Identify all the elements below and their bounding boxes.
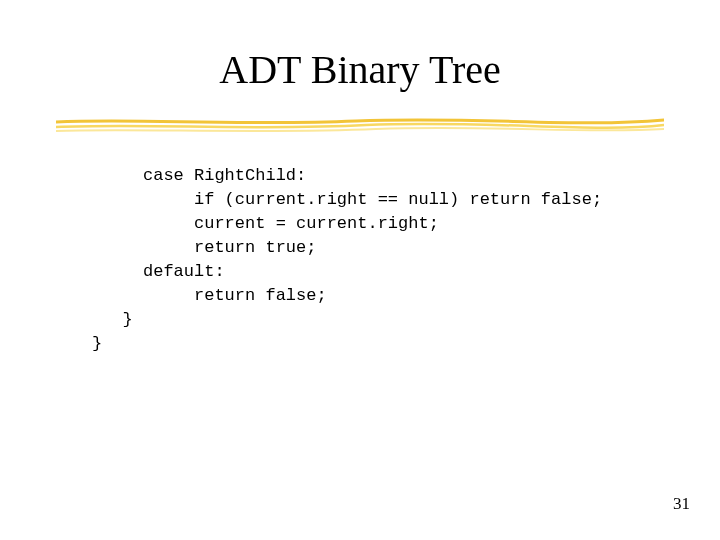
code-block: case RightChild: if (current.right == nu… [92,164,602,356]
code-line: case RightChild: [92,166,306,185]
code-line: return true; [92,238,316,257]
page-number: 31 [673,494,690,514]
code-line: } [92,310,133,329]
code-line: default: [92,262,225,281]
code-line: current = current.right; [92,214,439,233]
slide: ADT Binary Tree case RightChild: if (cur… [0,0,720,540]
title-underline [56,116,664,134]
code-line: } [92,334,102,353]
slide-title: ADT Binary Tree [0,46,720,93]
code-line: return false; [92,286,327,305]
code-line: if (current.right == null) return false; [92,190,602,209]
